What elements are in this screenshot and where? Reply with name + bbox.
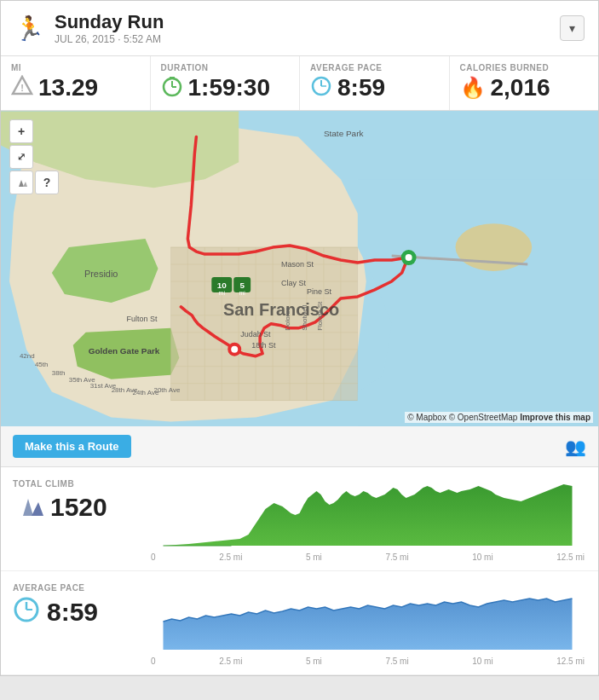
activity-title: Sunday Run: [55, 11, 164, 33]
climb-icon: [13, 492, 43, 523]
svg-marker-69: [19, 180, 24, 187]
people-icon[interactable]: 👥: [565, 437, 586, 457]
stat-duration-value-row: 1:59:30: [161, 74, 290, 101]
runner-icon: 🏃: [14, 14, 44, 43]
route-bar: Make this a Route 👥: [1, 426, 598, 467]
stat-calories-value-row: 🔥 2,016: [460, 74, 589, 101]
average-pace-block: AVERAGE PACE 8:59: [1, 571, 598, 675]
calories-icon: 🔥: [460, 78, 486, 98]
charts-section: TOTAL CLIMB 1520: [1, 467, 598, 675]
stats-bar: MI ! 13.29 DURATION: [1, 56, 598, 111]
mapbox-credit: © Mapbox © OpenStreetMap: [407, 413, 517, 422]
header: 🏃 Sunday Run JUL 26, 2015 · 5:52 AM ▾: [1, 1, 598, 56]
distance-icon: !: [11, 75, 33, 101]
header-title-block: Sunday Run JUL 26, 2015 · 5:52 AM: [55, 11, 164, 45]
zoom-in-button[interactable]: +: [9, 119, 33, 143]
svg-text:mi: mi: [239, 290, 246, 296]
svg-text:Golden Gate Park: Golden Gate Park: [89, 346, 160, 356]
svg-text:Clay St: Clay St: [281, 279, 306, 287]
header-left: 🏃 Sunday Run JUL 26, 2015 · 5:52 AM: [14, 11, 164, 45]
duration-icon: [161, 75, 183, 101]
pace-axis-4: 10 mi: [472, 657, 492, 666]
svg-text:Dolores: Dolores: [284, 307, 291, 330]
stat-calories-label: CALORIES BURNED: [460, 63, 589, 72]
svg-text:mi: mi: [219, 290, 226, 296]
axis-1: 2.5 mi: [219, 552, 242, 562]
pace-right: 0 2.5 mi 5 mi 7.5 mi 10 mi 12.5 mi: [149, 583, 586, 666]
svg-text:Shotwell: Shotwell: [301, 304, 308, 330]
pace-axis-1: 2.5 mi: [219, 657, 242, 666]
pace-axis-5: 12.5 mi: [556, 657, 585, 666]
stat-calories: CALORIES BURNED 🔥 2,016: [450, 56, 599, 110]
svg-marker-72: [32, 502, 43, 516]
stat-distance-value-row: ! 13.29: [11, 74, 140, 101]
axis-0: 0: [151, 552, 156, 562]
svg-text:State Park: State Park: [324, 129, 364, 138]
climb-stat-row: 1520: [13, 492, 149, 523]
svg-marker-70: [23, 182, 27, 187]
pace-left: AVERAGE PACE 8:59: [13, 583, 149, 637]
pace-chart-icon: [13, 596, 40, 628]
climb-value: 1520: [50, 493, 107, 522]
app-container: 🏃 Sunday Run JUL 26, 2015 · 5:52 AM ▾ MI…: [0, 0, 599, 676]
svg-text:5: 5: [239, 281, 245, 290]
svg-point-45: [231, 346, 238, 353]
stat-duration-value: 1:59:30: [188, 74, 271, 101]
climb-block-inner: TOTAL CLIMB 1520: [13, 479, 586, 562]
pace-chart: [149, 583, 586, 655]
climb-right: 0 2.5 mi 5 mi 7.5 mi 10 mi 12.5 mi: [149, 479, 586, 562]
map-bottom-row: ?: [9, 171, 59, 194]
make-route-button[interactable]: Make this a Route: [13, 435, 131, 458]
svg-marker-73: [164, 484, 573, 546]
help-button[interactable]: ?: [35, 171, 59, 194]
map-expand-row: ⤢: [9, 145, 59, 169]
svg-text:18th St: 18th St: [251, 341, 276, 350]
axis-5: 12.5 mi: [556, 552, 585, 562]
pace-label: AVERAGE PACE: [13, 583, 149, 593]
elevation-chart: [149, 479, 586, 551]
svg-text:45th: 45th: [35, 361, 49, 368]
stat-duration-label: DURATION: [161, 63, 290, 72]
svg-text:Judah St: Judah St: [240, 330, 271, 338]
climb-left: TOTAL CLIMB 1520: [13, 479, 149, 531]
axis-4: 10 mi: [472, 552, 492, 562]
pace-axis-3: 7.5 mi: [385, 657, 408, 666]
activity-subtitle: JUL 26, 2015 · 5:52 AM: [55, 33, 164, 45]
svg-marker-35: [358, 179, 598, 425]
svg-text:10: 10: [217, 281, 228, 290]
axis-2: 5 mi: [306, 552, 322, 562]
pace-stat-row: 8:59: [13, 596, 149, 628]
svg-marker-71: [23, 499, 33, 516]
svg-text:Florida St: Florida St: [316, 301, 324, 331]
pace-axis-2: 5 mi: [306, 657, 322, 666]
stat-pace: AVERAGE PACE 8:59: [300, 56, 450, 110]
map-attribution: © Mapbox © OpenStreetMap Improve this ma…: [405, 412, 593, 423]
stat-pace-value-row: 8:59: [310, 74, 439, 101]
stat-distance: MI ! 13.29: [1, 56, 151, 110]
stat-calories-value: 2,016: [491, 74, 550, 101]
stat-distance-value: 13.29: [38, 74, 98, 101]
svg-text:Presidio: Presidio: [84, 269, 118, 279]
improve-map-link[interactable]: Improve this map: [520, 413, 590, 422]
svg-point-47: [406, 254, 412, 261]
terrain-button[interactable]: [9, 171, 33, 194]
axis-3: 7.5 mi: [385, 552, 408, 562]
svg-text:Fulton St: Fulton St: [127, 315, 158, 323]
climb-label: TOTAL CLIMB: [13, 479, 149, 489]
svg-text:Mason St: Mason St: [281, 260, 314, 269]
pace-axis-0: 0: [151, 657, 156, 666]
svg-marker-78: [164, 599, 573, 650]
svg-text:!: !: [20, 83, 24, 93]
map-zoom-row: +: [9, 119, 59, 143]
stat-duration: DURATION 1:59:30: [151, 56, 301, 110]
expand-button[interactable]: ⤢: [9, 145, 33, 169]
pace-icon: [310, 75, 332, 101]
dropdown-button[interactable]: ▾: [560, 15, 585, 41]
pace-block-inner: AVERAGE PACE 8:59: [13, 583, 586, 666]
stat-pace-label: AVERAGE PACE: [310, 63, 439, 72]
svg-text:20th Ave: 20th Ave: [153, 386, 180, 394]
pace-axis: 0 2.5 mi 5 mi 7.5 mi 10 mi 12.5 mi: [149, 657, 586, 666]
map-area[interactable]: 10 mi 5 mi San Francisco Presidio Golden…: [1, 111, 598, 426]
stat-pace-value: 8:59: [337, 74, 385, 101]
svg-text:38th: 38th: [52, 369, 66, 377]
